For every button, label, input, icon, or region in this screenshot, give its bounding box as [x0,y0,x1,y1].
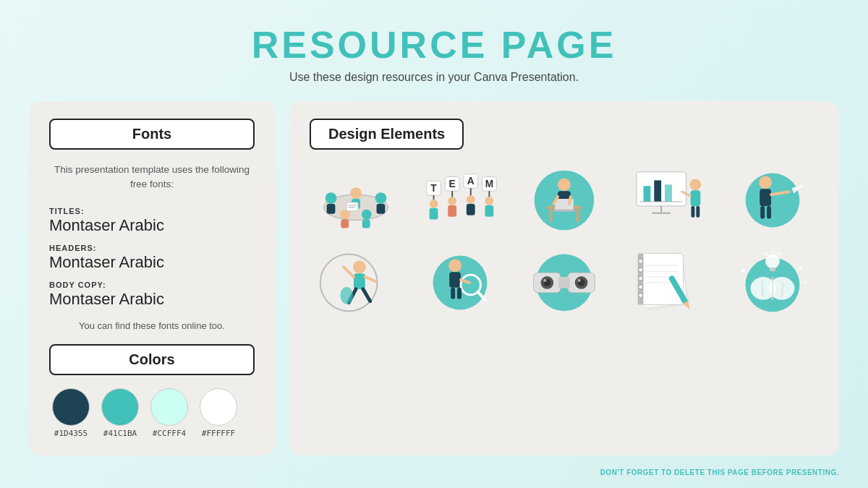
svg-point-106 [765,254,780,269]
svg-rect-8 [341,220,349,228]
swatch-item-1: #1D4355 [52,388,90,438]
svg-point-49 [690,179,702,190]
font-label-headers: HEADERS: [49,244,255,252]
svg-line-110 [765,253,767,255]
svg-point-31 [485,197,493,205]
svg-point-28 [467,195,475,204]
illustration-search [414,245,506,317]
svg-rect-52 [692,206,695,218]
svg-rect-63 [767,206,771,219]
right-panel: Design Elements [289,101,839,455]
page-subtitle: Use these design resources in your Canva… [252,71,617,84]
fonts-note: You can find these fonts online too. [49,320,255,331]
svg-rect-11 [346,202,358,211]
svg-point-57 [759,176,772,189]
svg-point-56 [746,174,800,228]
footer-note: DON'T FORGET TO DELETE THIS PAGE BEFORE … [600,468,839,476]
svg-rect-79 [457,288,461,299]
illustration-desk-person [518,164,610,236]
svg-text:T: T [430,183,437,194]
font-entry-body: BODY COPY: Montaser Arabic [49,281,255,309]
svg-rect-39 [576,210,579,223]
svg-point-65 [353,260,366,273]
team-svg: T E A M [414,164,506,236]
font-entry-titles: TITLES: Montaser Arabic [49,207,255,235]
svg-rect-78 [451,288,455,299]
color-swatches: #1D4355 #41C1BA #CCFFF4 #FFFFFF [49,388,255,438]
swatch-item-4: #FFFFFF [200,388,237,438]
swatch-item-3: #CCFFF4 [150,388,188,438]
swatch-label-2: #41C1BA [103,429,137,438]
font-name-titles: Montaser Arabic [49,216,255,235]
svg-rect-83 [558,277,570,288]
swatch-dark [52,388,90,426]
illustration-brain: ✦ ✦ ✦ [726,245,819,317]
search-svg [414,245,506,317]
svg-point-9 [362,210,372,220]
svg-line-43 [569,197,571,204]
elements-row-1: T E A M [310,164,819,236]
swatch-item-2: #41C1BA [101,388,139,438]
svg-rect-32 [485,205,493,217]
font-name-headers: Montaser Arabic [49,253,255,272]
svg-text:✦: ✦ [797,264,803,272]
svg-text:✦: ✦ [739,266,746,276]
page-header: RESOURCE PAGE Use these design resources… [252,0,617,90]
svg-text:A: A [467,176,475,187]
svg-rect-62 [760,206,765,219]
pointing-svg [726,164,819,236]
svg-point-104 [639,294,643,298]
svg-rect-29 [467,204,475,215]
svg-point-5 [375,192,387,204]
svg-text:✦: ✦ [803,280,808,286]
svg-point-3 [350,187,362,199]
binoculars-svg [518,245,610,317]
svg-point-103 [639,285,643,289]
font-entry-headers: HEADERS: Montaser Arabic [49,244,255,272]
svg-rect-41 [553,210,575,212]
fonts-intro: This presentation template uses the foll… [49,163,255,192]
page-title: RESOURCE PAGE [252,23,617,67]
colors-title: Colors [49,344,255,375]
illustration-binoculars [518,245,610,317]
svg-line-109 [778,253,780,255]
content-area: Fonts This presentation template uses th… [0,101,868,455]
fonts-title: Fonts [49,119,255,150]
swatch-label-4: #FFFFFF [202,429,235,438]
illustration-action [310,245,402,317]
elements-grid: T E A M [310,164,819,317]
svg-rect-23 [430,208,438,220]
left-panel: Fonts This presentation template uses th… [29,101,275,455]
svg-line-70 [363,289,370,301]
swatch-white [200,388,237,426]
svg-rect-26 [448,205,456,217]
svg-point-35 [558,178,571,191]
illustration-team: T E A M [414,164,506,236]
svg-rect-46 [654,180,661,202]
svg-rect-53 [696,206,699,218]
desk-svg [518,164,610,236]
illustration-pointing [726,164,819,236]
svg-point-25 [448,197,456,205]
svg-rect-6 [377,204,386,214]
svg-point-88 [543,279,546,282]
svg-rect-38 [549,210,552,223]
font-label-titles: TITLES: [49,207,255,215]
svg-point-102 [639,276,643,281]
svg-point-73 [448,259,461,272]
illustration-notepad [622,245,715,317]
illustration-meeting [310,164,402,236]
brain-svg: ✦ ✦ ✦ [726,245,819,317]
svg-point-101 [639,267,643,272]
design-elements-title: Design Elements [310,119,464,150]
svg-rect-92 [641,254,684,305]
svg-rect-58 [760,189,771,206]
svg-rect-50 [691,190,701,206]
svg-line-67 [344,267,354,277]
notepad-svg [622,245,715,317]
swatch-teal [101,388,139,426]
meeting-svg [310,164,402,236]
swatch-label-1: #1D4355 [54,429,88,438]
svg-point-71 [340,287,353,304]
svg-text:M: M [485,179,493,189]
